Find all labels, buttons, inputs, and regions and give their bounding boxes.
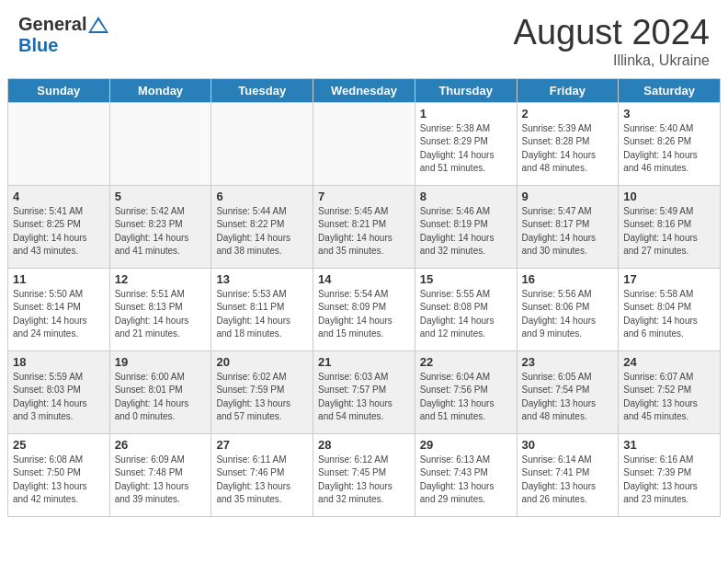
day-number: 8: [420, 190, 512, 203]
day-number: 30: [522, 438, 614, 452]
day-number: 13: [216, 272, 308, 286]
day-number: 1: [420, 107, 512, 121]
calendar-cell: 15Sunrise: 5:55 AMSunset: 8:08 PMDayligh…: [415, 268, 517, 350]
page-header: General Blue August 2024 Illinka, Ukrain…: [0, 0, 728, 78]
cell-info: Sunrise: 6:16 AMSunset: 7:39 PMDaylight:…: [623, 454, 715, 507]
cell-info: Sunrise: 5:42 AMSunset: 8:23 PMDaylight:…: [115, 205, 207, 259]
calendar-cell: [313, 102, 415, 185]
logo-icon: [88, 15, 108, 35]
cell-info: Sunrise: 5:41 AMSunset: 8:25 PMDaylight:…: [13, 205, 105, 259]
day-number: 19: [115, 355, 207, 369]
location: Illinka, Ukraine: [514, 52, 710, 69]
day-number: 6: [216, 190, 308, 203]
day-number: 23: [522, 355, 614, 369]
calendar-cell: 28Sunrise: 6:12 AMSunset: 7:45 PMDayligh…: [313, 433, 415, 516]
day-number: 20: [216, 355, 308, 369]
cell-info: Sunrise: 5:51 AMSunset: 8:13 PMDaylight:…: [115, 288, 207, 341]
cell-info: Sunrise: 5:45 AMSunset: 8:21 PMDaylight:…: [318, 205, 410, 259]
calendar-cell: 3Sunrise: 5:40 AMSunset: 8:26 PMDaylight…: [619, 102, 721, 185]
cell-info: Sunrise: 5:44 AMSunset: 8:22 PMDaylight:…: [216, 205, 308, 259]
cell-info: Sunrise: 5:53 AMSunset: 8:11 PMDaylight:…: [216, 288, 308, 341]
cell-info: Sunrise: 5:54 AMSunset: 8:09 PMDaylight:…: [318, 288, 410, 341]
calendar-row: 11Sunrise: 5:50 AMSunset: 8:14 PMDayligh…: [8, 268, 721, 350]
calendar-cell: [211, 102, 313, 185]
calendar-cell: 1Sunrise: 5:38 AMSunset: 8:29 PMDaylight…: [415, 102, 517, 185]
calendar-wrapper: SundayMondayTuesdayWednesdayThursdayFrid…: [0, 78, 728, 524]
day-number: 27: [216, 438, 308, 452]
month-year: August 2024: [514, 14, 710, 52]
cell-info: Sunrise: 5:46 AMSunset: 8:19 PMDaylight:…: [420, 205, 512, 259]
day-number: 12: [115, 272, 207, 286]
day-number: 2: [522, 107, 614, 121]
calendar-cell: 31Sunrise: 6:16 AMSunset: 7:39 PMDayligh…: [619, 433, 721, 516]
cell-info: Sunrise: 6:09 AMSunset: 7:48 PMDaylight:…: [115, 454, 207, 507]
cell-info: Sunrise: 6:12 AMSunset: 7:45 PMDaylight:…: [318, 454, 410, 507]
day-number: 28: [318, 438, 410, 452]
day-number: 31: [623, 438, 715, 452]
calendar-cell: 21Sunrise: 6:03 AMSunset: 7:57 PMDayligh…: [313, 350, 415, 433]
calendar-cell: 6Sunrise: 5:44 AMSunset: 8:22 PMDaylight…: [211, 185, 313, 268]
cell-info: Sunrise: 6:03 AMSunset: 7:57 PMDaylight:…: [318, 371, 410, 424]
day-number: 16: [522, 272, 614, 286]
calendar-row: 1Sunrise: 5:38 AMSunset: 8:29 PMDaylight…: [8, 102, 721, 185]
day-number: 24: [623, 355, 715, 369]
calendar-cell: 12Sunrise: 5:51 AMSunset: 8:13 PMDayligh…: [109, 268, 211, 350]
calendar-cell: 7Sunrise: 5:45 AMSunset: 8:21 PMDaylight…: [313, 185, 415, 268]
day-number: 5: [115, 190, 207, 203]
calendar-cell: 29Sunrise: 6:13 AMSunset: 7:43 PMDayligh…: [415, 433, 517, 516]
calendar-cell: [109, 102, 211, 185]
day-number: 11: [13, 272, 105, 286]
calendar-row: 18Sunrise: 5:59 AMSunset: 8:03 PMDayligh…: [8, 350, 721, 433]
calendar-cell: 25Sunrise: 6:08 AMSunset: 7:50 PMDayligh…: [8, 433, 110, 516]
day-number: 25: [13, 438, 105, 452]
day-header-wednesday: Wednesday: [313, 78, 415, 102]
calendar-cell: 14Sunrise: 5:54 AMSunset: 8:09 PMDayligh…: [313, 268, 415, 350]
calendar-cell: 20Sunrise: 6:02 AMSunset: 7:59 PMDayligh…: [211, 350, 313, 433]
logo-blue: Blue: [18, 35, 58, 56]
cell-info: Sunrise: 5:49 AMSunset: 8:16 PMDaylight:…: [623, 205, 715, 259]
day-number: 3: [623, 107, 715, 121]
calendar-cell: 19Sunrise: 6:00 AMSunset: 8:01 PMDayligh…: [109, 350, 211, 433]
calendar-cell: 17Sunrise: 5:58 AMSunset: 8:04 PMDayligh…: [619, 268, 721, 350]
logo: General Blue: [18, 14, 108, 56]
calendar-cell: 24Sunrise: 6:07 AMSunset: 7:52 PMDayligh…: [619, 350, 721, 433]
day-header-tuesday: Tuesday: [211, 78, 313, 102]
title-block: August 2024 Illinka, Ukraine: [514, 14, 710, 69]
day-number: 18: [13, 355, 105, 369]
calendar-cell: 11Sunrise: 5:50 AMSunset: 8:14 PMDayligh…: [8, 268, 110, 350]
calendar-table: SundayMondayTuesdayWednesdayThursdayFrid…: [7, 78, 721, 517]
calendar-cell: 26Sunrise: 6:09 AMSunset: 7:48 PMDayligh…: [109, 433, 211, 516]
calendar-cell: 18Sunrise: 5:59 AMSunset: 8:03 PMDayligh…: [8, 350, 110, 433]
day-number: 26: [115, 438, 207, 452]
day-number: 9: [522, 190, 614, 203]
day-number: 14: [318, 272, 410, 286]
calendar-cell: 16Sunrise: 5:56 AMSunset: 8:06 PMDayligh…: [517, 268, 619, 350]
calendar-row: 4Sunrise: 5:41 AMSunset: 8:25 PMDaylight…: [8, 185, 721, 268]
calendar-cell: [8, 102, 110, 185]
day-header-row: SundayMondayTuesdayWednesdayThursdayFrid…: [8, 78, 721, 102]
cell-info: Sunrise: 5:40 AMSunset: 8:26 PMDaylight:…: [623, 122, 715, 176]
cell-info: Sunrise: 6:11 AMSunset: 7:46 PMDaylight:…: [216, 454, 308, 507]
cell-info: Sunrise: 5:38 AMSunset: 8:29 PMDaylight:…: [420, 122, 512, 176]
cell-info: Sunrise: 5:50 AMSunset: 8:14 PMDaylight:…: [13, 288, 105, 341]
day-number: 21: [318, 355, 410, 369]
day-header-thursday: Thursday: [415, 78, 517, 102]
calendar-cell: 9Sunrise: 5:47 AMSunset: 8:17 PMDaylight…: [517, 185, 619, 268]
calendar-row: 25Sunrise: 6:08 AMSunset: 7:50 PMDayligh…: [8, 433, 721, 516]
day-number: 10: [623, 190, 715, 203]
day-number: 7: [318, 190, 410, 203]
day-number: 4: [13, 190, 105, 203]
day-number: 22: [420, 355, 512, 369]
cell-info: Sunrise: 6:13 AMSunset: 7:43 PMDaylight:…: [420, 454, 512, 507]
logo-general: General: [18, 14, 86, 35]
cell-info: Sunrise: 6:14 AMSunset: 7:41 PMDaylight:…: [522, 454, 614, 507]
cell-info: Sunrise: 5:58 AMSunset: 8:04 PMDaylight:…: [623, 288, 715, 341]
cell-info: Sunrise: 6:07 AMSunset: 7:52 PMDaylight:…: [623, 371, 715, 424]
cell-info: Sunrise: 6:05 AMSunset: 7:54 PMDaylight:…: [522, 371, 614, 424]
day-header-sunday: Sunday: [8, 78, 110, 102]
cell-info: Sunrise: 5:47 AMSunset: 8:17 PMDaylight:…: [522, 205, 614, 259]
calendar-cell: 8Sunrise: 5:46 AMSunset: 8:19 PMDaylight…: [415, 185, 517, 268]
calendar-cell: 5Sunrise: 5:42 AMSunset: 8:23 PMDaylight…: [109, 185, 211, 268]
calendar-body: 1Sunrise: 5:38 AMSunset: 8:29 PMDaylight…: [8, 102, 721, 516]
calendar-cell: 2Sunrise: 5:39 AMSunset: 8:28 PMDaylight…: [517, 102, 619, 185]
